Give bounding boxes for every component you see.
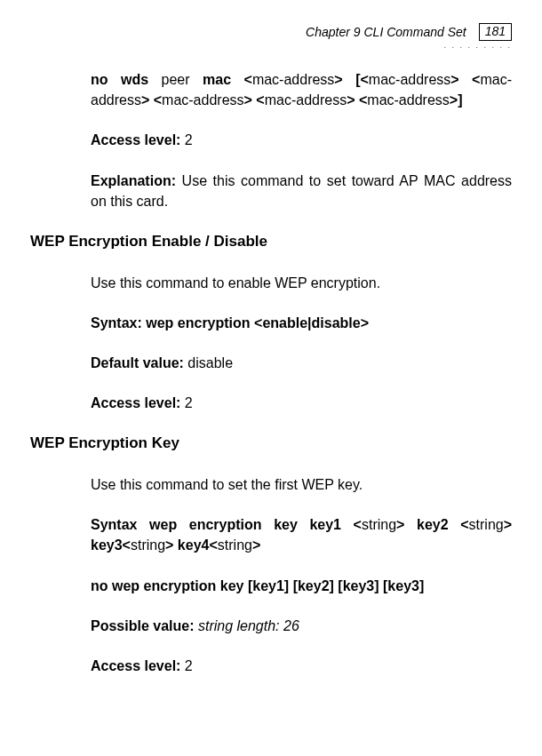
wds-explanation: Explanation: Use this command to set tow… <box>91 171 512 211</box>
t: string <box>131 537 165 553</box>
value: disable <box>187 355 233 370</box>
label: Default value: <box>91 355 187 370</box>
value: 2 <box>185 658 193 673</box>
t: > < <box>450 72 480 87</box>
wep-key-access: Access level: 2 <box>91 656 512 676</box>
t: mac < <box>203 72 252 87</box>
t: mac-address <box>367 92 449 107</box>
wds-access-level: Access level: 2 <box>91 130 512 150</box>
header-page-number: 181 <box>479 23 512 41</box>
value: 2 <box>185 132 193 147</box>
wep-enable-default: Default value: disable <box>91 353 512 373</box>
t: string <box>469 517 504 532</box>
t: mac-address <box>369 72 450 87</box>
text: Syntax: wep encryption <enable|disable> <box>91 315 369 330</box>
t: mac-address <box>265 92 347 107</box>
label: Access level: <box>91 658 185 673</box>
t: string <box>218 537 252 553</box>
page-header: Chapter 9 CLI Command Set 181 <box>306 23 512 41</box>
text: no wep encryption key [key1] [key2] [key… <box>91 578 424 593</box>
label: Explanation: <box>91 173 182 188</box>
t: peer <box>148 72 203 87</box>
wep-key-desc: Use this command to set the first WEP ke… <box>91 474 512 495</box>
label: Possible value: <box>91 618 198 633</box>
wep-enable-desc: Use this command to enable WEP encryptio… <box>91 273 512 293</box>
t: no wds <box>91 72 148 87</box>
t: > key4< <box>165 537 218 553</box>
wep-key-syntax: Syntax wep encryption key key1 <string> … <box>91 514 512 555</box>
wep-key-possible-value: Possible value: string length: 26 <box>91 616 512 636</box>
wep-enable-syntax: Syntax: wep encryption <enable|disable> <box>91 313 512 333</box>
label: Access level: <box>91 395 185 410</box>
t: > < <box>347 92 367 107</box>
wep-enable-access: Access level: 2 <box>91 393 512 413</box>
label: Access level: <box>91 132 185 147</box>
t: > [< <box>334 72 368 87</box>
value: string length: 26 <box>198 618 299 633</box>
value: 2 <box>185 395 193 410</box>
t: > <box>252 537 260 553</box>
t: > key2 < <box>396 517 468 532</box>
wds-syntax: no wds peer mac <mac-address> [<mac-addr… <box>91 69 512 110</box>
t: mac-address <box>162 92 243 107</box>
header-dots: . . . . . . . . . <box>443 41 512 50</box>
heading-wep-key: WEP Encryption Key <box>30 433 512 455</box>
t: > < <box>244 92 265 107</box>
t: string <box>362 517 396 532</box>
t: mac-address <box>252 72 334 87</box>
t: Syntax wep encryption key key1 < <box>91 517 362 532</box>
t: >] <box>450 92 463 107</box>
wep-key-no-syntax: no wep encryption key [key1] [key2] [key… <box>91 576 512 596</box>
header-chapter: Chapter 9 CLI Command Set <box>306 25 466 39</box>
content: no wds peer mac <mac-address> [<mac-addr… <box>30 69 512 676</box>
heading-wep-enable: WEP Encryption Enable / Disable <box>30 231 512 253</box>
page: Chapter 9 CLI Command Set 181 . . . . . … <box>0 0 542 756</box>
t: > < <box>141 92 162 107</box>
